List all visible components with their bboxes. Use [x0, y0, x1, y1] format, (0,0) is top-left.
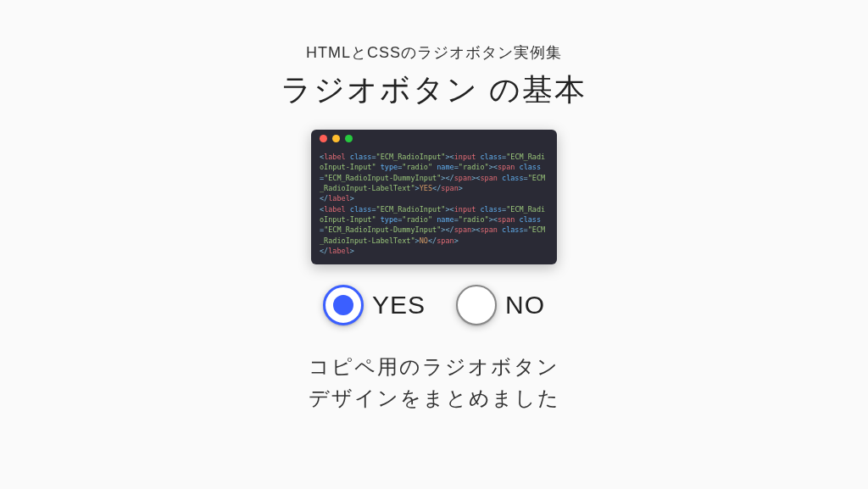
- radio-option-yes[interactable]: YES: [323, 285, 426, 325]
- radio-option-no[interactable]: NO: [456, 285, 545, 325]
- caption-line-2: デザインをまとめました: [309, 382, 560, 414]
- radio-circle-icon[interactable]: [456, 285, 497, 325]
- page-subtitle: HTMLとCSSのラジオボタン実例集: [306, 42, 562, 63]
- zoom-icon: [345, 135, 353, 142]
- radio-circle-icon[interactable]: [323, 285, 364, 325]
- page-title: ラジオボタン の基本: [281, 69, 587, 111]
- radio-label: YES: [372, 291, 426, 320]
- code-content: <label class="ECM_RadioInput"><input cla…: [311, 147, 557, 264]
- caption: コピペ用のラジオボタン デザインをまとめました: [309, 351, 560, 414]
- minimize-icon: [332, 135, 340, 142]
- radio-dot-icon: [333, 295, 353, 315]
- close-icon: [320, 135, 327, 142]
- code-window-titlebar: [311, 130, 557, 147]
- radio-label: NO: [505, 291, 545, 320]
- caption-line-1: コピペ用のラジオボタン: [309, 351, 560, 382]
- radio-group: YESNO: [323, 285, 545, 325]
- code-window: <label class="ECM_RadioInput"><input cla…: [311, 130, 557, 264]
